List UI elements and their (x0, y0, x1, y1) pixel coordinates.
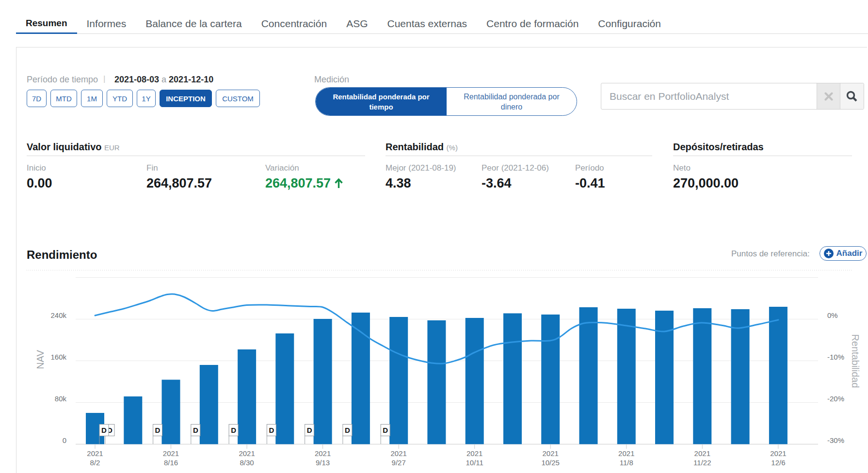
svg-text:Rentabilidad: Rentabilidad (850, 334, 861, 388)
svg-text:2021: 2021 (391, 449, 407, 457)
svg-text:D: D (231, 426, 236, 434)
svg-text:NAV: NAV (35, 350, 46, 369)
svg-text:D: D (383, 426, 388, 434)
svg-text:2021: 2021 (163, 449, 179, 457)
svg-text:160k: 160k (50, 353, 66, 361)
svg-text:D: D (345, 426, 350, 434)
svg-text:2021: 2021 (618, 449, 634, 457)
svg-text:9/13: 9/13 (316, 458, 330, 467)
svg-text:9/27: 9/27 (392, 458, 406, 467)
svg-text:2021: 2021 (770, 449, 786, 457)
svg-text:0%: 0% (827, 311, 838, 319)
svg-text:240k: 240k (50, 311, 66, 319)
svg-text:D: D (269, 426, 274, 434)
svg-text:11/22: 11/22 (693, 458, 711, 467)
svg-text:8/30: 8/30 (240, 458, 254, 467)
svg-text:-10%: -10% (827, 353, 844, 361)
svg-text:11/8: 11/8 (620, 458, 633, 467)
svg-text:0: 0 (63, 436, 66, 444)
svg-text:D: D (193, 426, 198, 434)
svg-text:10/11: 10/11 (466, 458, 483, 467)
svg-text:2021: 2021 (694, 449, 710, 457)
svg-text:80k: 80k (55, 394, 67, 403)
svg-text:2021: 2021 (543, 449, 559, 457)
svg-text:12/6: 12/6 (771, 458, 785, 467)
svg-text:2021: 2021 (315, 449, 331, 457)
svg-text:8/2: 8/2 (90, 458, 100, 467)
svg-text:10/25: 10/25 (541, 458, 560, 467)
svg-text:D: D (155, 426, 161, 434)
svg-text:2021: 2021 (239, 449, 255, 457)
svg-text:2021: 2021 (87, 449, 103, 457)
svg-text:8/16: 8/16 (164, 458, 178, 467)
svg-text:D: D (307, 426, 312, 434)
svg-text:-20%: -20% (827, 394, 844, 403)
svg-text:2021: 2021 (466, 449, 482, 457)
svg-text:-30%: -30% (827, 436, 844, 444)
svg-text:D: D (101, 426, 107, 434)
